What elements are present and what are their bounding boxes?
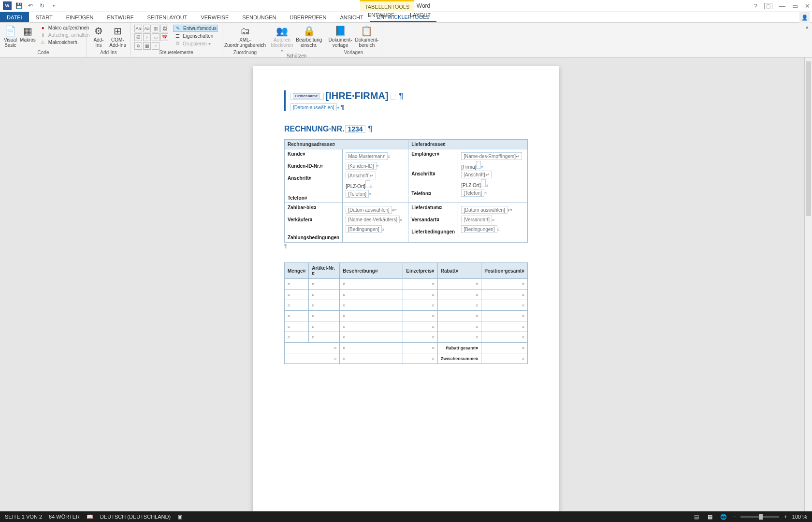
zoom-out-button[interactable]: − xyxy=(733,514,736,520)
com-addins-icon: ⊞ xyxy=(114,25,122,37)
com-addins-button[interactable]: ⊞COM-Add-Ins xyxy=(109,25,126,48)
invoice-heading[interactable]: RECHNUNG·NR. 1234 ¶ xyxy=(284,125,528,133)
tab-mailings[interactable]: SENDUNGEN xyxy=(235,12,283,22)
word-count[interactable]: 64 WÖRTER xyxy=(49,514,80,520)
status-bar: SEITE 1 VON 2 64 WÖRTER 📖 DEUTSCH (DEUTS… xyxy=(0,511,812,522)
table-row: ¤¤¤¤¤¤ xyxy=(285,300,528,311)
properties-button[interactable]: ☰Eigenschaften xyxy=(173,33,218,39)
close-button[interactable]: ✕ xyxy=(805,2,810,10)
minimize-button[interactable]: — xyxy=(779,2,785,10)
contextual-tab-tabletools: TABELLENTOOLS xyxy=(360,0,414,12)
address-table[interactable]: Rechnungsadresse¤Lieferadresse¤ Kunde¤ K… xyxy=(284,139,528,243)
xml-mapping-button[interactable]: 🗂XML-Zuordnungsbereich xyxy=(224,25,266,48)
page-indicator[interactable]: SEITE 1 VON 2 xyxy=(5,514,42,520)
quick-access-toolbar: W 💾 ↶ ↻ ▾ xyxy=(0,1,61,10)
page: Firmenname [IHRE·FIRMA] ¶ [Datum·auswähl… xyxy=(253,66,559,511)
ribbon: 📄Visual Basic ▦Makros ●Makro aufzeichnen… xyxy=(0,23,812,58)
tab-review[interactable]: ÜBERPRÜFEN xyxy=(283,12,334,22)
lock-icon: 🔒 xyxy=(303,25,315,37)
table-row: ¤¤¤¤¤¤ xyxy=(285,321,528,332)
language-indicator[interactable]: DEUTSCH (DEUTSCHLAND) xyxy=(100,514,171,520)
paragraph-mark-icon: ¶ xyxy=(399,92,404,101)
vertical-scrollbar[interactable] xyxy=(804,58,812,511)
shipping-header: Lieferadresse¤ xyxy=(408,140,528,149)
tab-table-entwurf[interactable]: ENTWURF xyxy=(360,12,402,18)
visual-basic-button[interactable]: 📄Visual Basic xyxy=(4,25,17,48)
zoom-in-button[interactable]: + xyxy=(784,514,787,520)
addins-button[interactable]: ⚙Add-Ins xyxy=(91,25,106,48)
table-row: ¤¤¤¤¤¤ xyxy=(285,290,528,300)
properties-icon: ☰ xyxy=(174,33,181,39)
group-mapping: 🗂XML-Zuordnungsbereich Zuordnung xyxy=(222,23,268,57)
group-label: Code xyxy=(4,50,83,56)
account-avatar-icon[interactable]: 👤 xyxy=(799,12,810,23)
company-heading[interactable]: Firmenname [IHRE·FIRMA] ¶ xyxy=(290,90,528,102)
doc-area-icon: 📋 xyxy=(361,25,373,37)
addins-icon: ⚙ xyxy=(94,25,103,37)
date-line[interactable]: [Datum·auswählen] ▾ ¶ xyxy=(290,103,528,111)
tab-draft[interactable]: ENTWURF xyxy=(100,12,140,22)
help-icon[interactable]: ? xyxy=(754,2,757,10)
doc-template-button[interactable]: 📘Dokument-vorlage xyxy=(329,25,352,48)
block-authors-icon: 👥 xyxy=(276,25,288,37)
tab-insert[interactable]: EINFÜGEN xyxy=(59,12,101,22)
design-mode-button[interactable]: ✎Entwurfsmodus xyxy=(173,25,218,32)
tab-pagelayout[interactable]: SEITENLAYOUT xyxy=(140,12,194,22)
company-name[interactable]: [IHRE·FIRMA] xyxy=(326,90,389,102)
group-label: Add-Ins xyxy=(91,50,126,56)
ribbon-display-icon[interactable]: ▢ xyxy=(764,3,772,9)
group-addins: ⚙Add-Ins ⊞COM-Add-Ins Add-Ins xyxy=(87,23,130,57)
tab-file[interactable]: DATEI xyxy=(0,12,29,22)
group-label: Vorlagen xyxy=(329,50,378,56)
table-row: ¤¤¤¤¤¤ xyxy=(285,332,528,343)
control-gallery[interactable]: AaAa▥🖼 ☑፧▭📅 ⧉▦▾ xyxy=(134,25,168,50)
document-canvas[interactable]: Firmenname [IHRE·FIRMA] ¶ [Datum·auswähl… xyxy=(0,58,812,511)
design-mode-icon: ✎ xyxy=(174,26,181,31)
table-row: ¤¤¤Rabatt·gesamt¤¤ xyxy=(285,343,528,353)
word-icon: W xyxy=(3,1,12,10)
items-table[interactable]: Menge¤ Artikel-Nr.¤ Beschreibung¤ Einzel… xyxy=(284,262,528,364)
tab-start[interactable]: START xyxy=(29,12,59,22)
tab-table-layout[interactable]: LAYOUT xyxy=(402,12,438,18)
block-authors-button[interactable]: 👥Autoren blockieren ▾ xyxy=(271,25,293,53)
restore-button[interactable]: ▭ xyxy=(792,2,798,10)
group-button[interactable]: ⧉Gruppieren ▾ xyxy=(173,40,218,47)
print-layout-icon[interactable]: ▦ xyxy=(706,514,714,520)
scroll-thumb[interactable] xyxy=(806,61,811,216)
group-code: 📄Visual Basic ▦Makros ●Makro aufzeichnen… xyxy=(0,23,87,57)
read-mode-icon[interactable]: ▤ xyxy=(692,514,701,520)
warning-icon: ⚠ xyxy=(40,40,46,45)
zoom-slider[interactable] xyxy=(740,516,779,518)
xml-icon: 🗂 xyxy=(240,25,250,37)
web-layout-icon[interactable]: 🌐 xyxy=(719,514,728,520)
doc-area-button[interactable]: 📋Dokument-bereich xyxy=(355,25,379,48)
vb-icon: 📄 xyxy=(4,25,16,37)
pause-record-button[interactable]: ⏸Aufzchng. anhalten xyxy=(39,32,91,38)
group-label: Zuordnung xyxy=(226,50,264,56)
record-macro-button[interactable]: ●Makro aufzeichnen xyxy=(39,25,91,31)
title-bar: W 💾 ↶ ↻ ▾ Dokument2 - Word TABELLENTOOLS… xyxy=(0,0,812,12)
group-protect: 👥Autoren blockieren ▾ 🔒Bearbeitung einsc… xyxy=(268,23,325,57)
macro-rec-status-icon[interactable]: ▣ xyxy=(177,514,182,520)
zoom-level[interactable]: 100 % xyxy=(792,514,807,520)
macros-icon: ▦ xyxy=(23,25,32,37)
macro-security-button[interactable]: ⚠Makrosicherh. xyxy=(39,39,91,45)
table-row: ¤¤¤Zwischensumme¤¤ xyxy=(285,353,528,364)
collapse-ribbon-icon[interactable]: ▴ xyxy=(806,24,809,30)
window-controls: ? ▢ — ▭ ✕ xyxy=(754,0,810,12)
qat-more-icon[interactable]: ▾ xyxy=(49,1,58,10)
ribbon-tab-row: DATEI START EINFÜGEN ENTWURF SEITENLAYOU… xyxy=(0,12,812,23)
macros-button[interactable]: ▦Makros xyxy=(20,25,36,43)
save-icon[interactable]: 💾 xyxy=(14,1,23,10)
restrict-editing-button[interactable]: 🔒Bearbeitung einschr. xyxy=(296,25,322,48)
proofing-icon[interactable]: 📖 xyxy=(87,514,93,520)
group-templates: 📘Dokument-vorlage 📋Dokument-bereich Vorl… xyxy=(325,23,382,57)
template-icon: 📘 xyxy=(334,25,347,37)
redo-icon[interactable]: ↻ xyxy=(38,1,46,10)
table-row: ¤¤¤¤¤¤ xyxy=(285,311,528,321)
table-row: ¤¤¤¤¤¤ xyxy=(285,279,528,290)
tab-references[interactable]: VERWEISE xyxy=(194,12,235,22)
group-label: Steuerelemente xyxy=(134,50,218,56)
undo-icon[interactable]: ↶ xyxy=(26,1,35,10)
group-controls: AaAa▥🖼 ☑፧▭📅 ⧉▦▾ ✎Entwurfsmodus ☰Eigensch… xyxy=(130,23,222,57)
